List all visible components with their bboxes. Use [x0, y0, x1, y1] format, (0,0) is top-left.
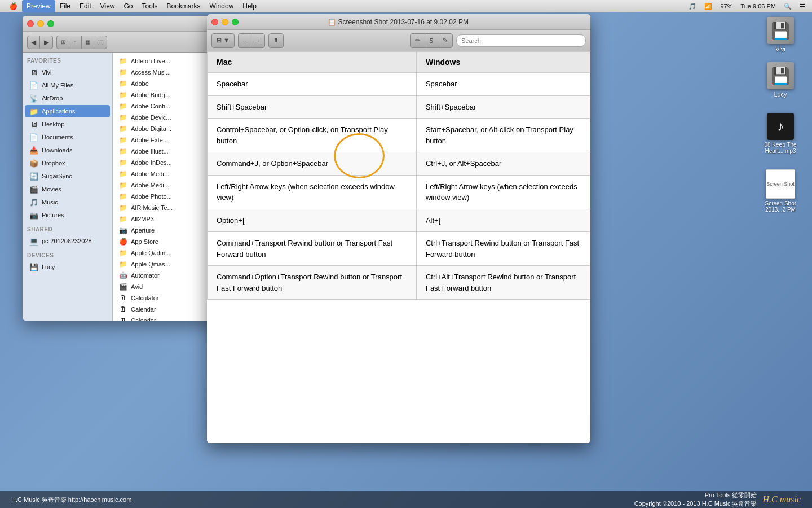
menubar-search-icon[interactable]: 🔍 — [782, 3, 794, 10]
sidebar-item-music[interactable]: 🎵 Music — [25, 196, 110, 208]
sidebar-label-applications: Applications — [42, 108, 75, 115]
bottom-left-text: H.C Music 吳奇音樂 http://haochimusic.com — [11, 496, 634, 504]
preview-titlebar: 📋 Screenshot Shot 2013-07-16 at 9.02.02 … — [207, 14, 590, 30]
menubar-window[interactable]: Window — [205, 0, 239, 12]
sidebar-item-documents[interactable]: 📄 Documents — [25, 131, 110, 143]
annotate-button[interactable]: ✏ — [411, 34, 425, 47]
mac-cell: Spacebar — [208, 73, 417, 96]
back-button[interactable]: ◀ — [28, 36, 40, 49]
finder-window: ◀ ▶ ⊞ ≡ ▦ ⬚ FAVORITES 🖥 Vivi 📄 All My Fi… — [23, 16, 234, 321]
sidebar-label-all-files: All My Files — [42, 82, 73, 89]
zoom-out-button[interactable]: − — [239, 34, 251, 47]
windows-cell: Shift+Spacebar — [416, 95, 590, 119]
sidebar-item-dropbox[interactable]: 📦 Dropbox — [25, 157, 110, 169]
share-button[interactable]: ⬆ — [269, 34, 283, 47]
menubar-bookmarks[interactable]: Bookmarks — [162, 0, 205, 12]
list-view-button[interactable]: ≡ — [69, 36, 82, 49]
windows-cell: Left/Right Arrow keys (when selection ex… — [416, 175, 590, 209]
menubar-notification-icon[interactable]: ☰ — [797, 3, 807, 10]
vivi-icon: 🖥 — [29, 68, 38, 77]
folder-icon: 📁 — [118, 79, 127, 88]
menubar: 🍎 Preview File Edit View Go Tools Bookma… — [0, 0, 812, 12]
desktop-icon-screenshot[interactable]: Screen Shot Screen Shot 2013...2 PM — [760, 169, 801, 213]
sidebar-item-pictures[interactable]: 📷 Pictures — [25, 209, 110, 221]
windows-cell: Ctrl+Transport Rewind button or Transpor… — [416, 232, 590, 266]
zoom-in-button[interactable]: + — [251, 34, 264, 47]
folder-icon: 📁 — [118, 113, 127, 122]
sidebar-item-sugarsync[interactable]: 🔄 SugarSync — [25, 170, 110, 182]
lucy-icon: 💾 — [29, 262, 38, 271]
zoom-group: − + — [238, 33, 265, 48]
favorites-header: FAVORITES — [23, 53, 112, 65]
folder-icon: 📁 — [118, 90, 127, 99]
sidebar-item-desktop[interactable]: 🖥 Desktop — [25, 118, 110, 130]
close-button[interactable] — [27, 20, 34, 27]
menubar-file[interactable]: File — [55, 0, 75, 12]
appstore-icon: 🍎 — [118, 237, 127, 246]
copyright-label: Copyright ©2010 - 2013 H.C Music 吳奇音樂 — [634, 500, 757, 508]
menubar-wifi-icon[interactable]: 📶 — [702, 3, 714, 10]
sidebar-item-movies[interactable]: 🎬 Movies — [25, 183, 110, 195]
menubar-battery: 97% — [718, 3, 735, 10]
menubar-tools[interactable]: Tools — [138, 0, 162, 12]
menubar-app-name[interactable]: Preview — [22, 0, 55, 12]
windows-cell: Ctrl+Alt+Transport Rewind button or Tran… — [416, 266, 590, 300]
table-row: Command+Transport Rewind button or Trans… — [208, 232, 590, 266]
automator-icon: 🤖 — [118, 271, 127, 280]
sidebar-label-airdrop: AirDrop — [42, 95, 63, 102]
menubar-help[interactable]: Help — [238, 0, 261, 12]
pictures-icon: 📷 — [29, 211, 38, 220]
folder-icon: 📁 — [118, 192, 127, 201]
sidebar-label-documents: Documents — [42, 134, 73, 141]
sidebar-label-downloads: Downloads — [42, 147, 72, 154]
forward-button[interactable]: ▶ — [40, 36, 52, 49]
edit-button[interactable]: ✎ — [438, 34, 452, 47]
table-row: Command+J, or Option+Spacebar Ctrl+J, or… — [208, 152, 590, 176]
preview-close-button[interactable] — [211, 19, 218, 25]
coverflow-view-button[interactable]: ⬚ — [94, 36, 107, 49]
menubar-clock: Tue 9:06 PM — [738, 3, 778, 10]
icon-view-button[interactable]: ⊞ — [57, 36, 69, 49]
sidebar-item-all-my-files[interactable]: 📄 All My Files — [25, 79, 110, 91]
share-group: ⬆ — [268, 33, 284, 48]
sidebar-item-lucy[interactable]: 💾 Lucy — [25, 261, 110, 273]
shared-header: SHARED — [23, 222, 112, 234]
bottom-right: Pro Tools 從零開始 Copyright ©2010 - 2013 H.… — [634, 491, 801, 508]
sidebar-label-music: Music — [42, 199, 58, 205]
sidebar-item-applications[interactable]: 📁 Applications — [25, 105, 110, 117]
screenshot-thumb-label: Screen Shot 2013...2 PM — [760, 200, 801, 213]
minimize-button[interactable] — [37, 20, 44, 27]
menubar-view[interactable]: View — [96, 0, 120, 12]
sidebar-label-sugarsync: SugarSync — [42, 173, 72, 179]
preview-minimize-button[interactable] — [222, 19, 228, 25]
menubar-bluetooth-icon: 🎵 — [686, 3, 699, 10]
documents-icon: 📄 — [29, 133, 38, 142]
maximize-button[interactable] — [47, 20, 54, 27]
sidebar-label-lucy: Lucy — [42, 264, 55, 270]
sidebar-label-pc: pc-201206232028 — [42, 238, 92, 244]
menubar-go[interactable]: Go — [120, 0, 138, 12]
search-input[interactable] — [456, 34, 586, 47]
desktop-icon-vivi[interactable]: 💾 Vivi — [760, 17, 801, 52]
windows-cell: Alt+[ — [416, 209, 590, 232]
sidebar-item-vivi[interactable]: 🖥 Vivi — [25, 66, 110, 78]
table-row: Option+[ Alt+[ — [208, 209, 590, 232]
vivi-hdd-icon: 💾 — [767, 17, 794, 44]
preview-maximize-button[interactable] — [232, 19, 239, 25]
desktop-icon-lucy[interactable]: 💾 Lucy — [760, 62, 801, 98]
sidebar-item-downloads[interactable]: 📥 Downloads — [25, 144, 110, 156]
sidebar-item-pc[interactable]: 💻 pc-201206232028 — [25, 235, 110, 247]
sidebar-toggle-button[interactable]: ⊞ ▼ — [212, 34, 234, 47]
hc-logo: H.C music — [762, 494, 801, 505]
windows-cell: Spacebar — [416, 73, 590, 96]
menubar-edit[interactable]: Edit — [75, 0, 96, 12]
folder-icon: 📁 — [118, 260, 127, 269]
column-view-button[interactable]: ▦ — [82, 36, 94, 49]
mac-cell: Command+J, or Option+Spacebar — [208, 152, 417, 176]
desktop-icon-music-file[interactable]: ♪ 08 Keep The Heart....mp3 — [760, 113, 801, 154]
view-buttons: ⊞ ≡ ▦ ⬚ — [56, 36, 107, 49]
mac-cell: Command+Transport Rewind button or Trans… — [208, 232, 417, 266]
sidebar-item-airdrop[interactable]: 📡 AirDrop — [25, 92, 110, 104]
downloads-icon: 📥 — [29, 146, 38, 155]
apple-menu[interactable]: 🍎 — [5, 0, 22, 12]
